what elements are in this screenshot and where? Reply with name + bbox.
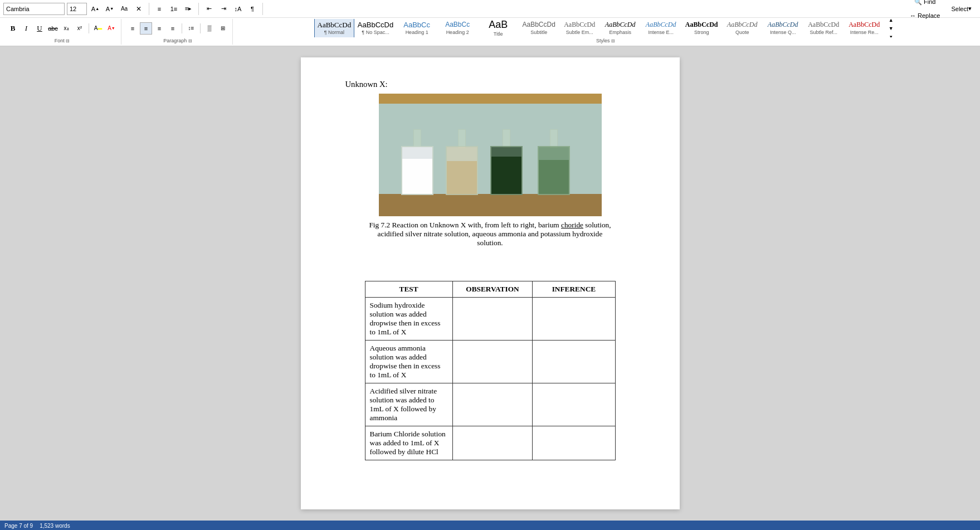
borders-button[interactable]: ⊞ <box>217 22 229 35</box>
style-item-title[interactable]: AaBTitle <box>478 19 518 37</box>
style-item-intense-q[interactable]: AaBbCcDdIntense Q... <box>763 19 803 37</box>
style-label-heading2: Heading 2 <box>446 30 469 35</box>
italic-button[interactable]: I <box>20 22 32 35</box>
underline-button[interactable]: U <box>33 22 46 35</box>
increase-indent-button[interactable]: ⇥ <box>217 3 230 15</box>
beaker-2 <box>446 146 478 195</box>
style-label-intense-q: Intense Q... <box>770 30 796 35</box>
font-name-input[interactable] <box>3 3 65 15</box>
style-item-emphasis[interactable]: AaBbCcDdEmphasis <box>600 19 640 37</box>
page-info: Page 7 of 9 <box>4 523 33 529</box>
table-row: Barium Chloride solution was added to 1m… <box>365 426 615 460</box>
table-header-test: TEST <box>365 281 452 298</box>
para-sep <box>182 23 182 33</box>
style-label-subtitle: Subtitle <box>530 30 547 35</box>
bullets-button[interactable]: ≡ <box>153 3 165 15</box>
styles-expand[interactable]: ▾ <box>885 33 897 38</box>
table-cell-test-3[interactable]: Barium Chloride solution was added to 1m… <box>365 426 452 460</box>
beaker-4 <box>538 146 570 195</box>
style-preview-intense-e: AaBbCcDd <box>646 21 676 28</box>
font-sep <box>89 23 89 33</box>
align-right-button[interactable]: ≡ <box>153 22 165 35</box>
style-preview-subtle-em: AaBbCcDd <box>564 21 595 28</box>
style-label-no-spacing: ¶ No Spac... <box>362 30 389 35</box>
table-cell-test-0[interactable]: Sodium hydroxide solution was added drop… <box>365 298 452 341</box>
table-cell-inference-3[interactable] <box>533 426 615 460</box>
clear-formatting-button[interactable]: ✕ <box>133 3 145 15</box>
table-header-inference: INFERENCE <box>533 281 615 298</box>
sort-button[interactable]: ↕A <box>232 3 244 15</box>
table-cell-inference-0[interactable] <box>533 298 615 341</box>
change-case-button[interactable]: Aa <box>118 3 130 15</box>
highlight-color-button[interactable]: A▬ <box>92 22 104 35</box>
document-page[interactable]: Unknown X: <box>301 57 680 509</box>
sep3 <box>262 3 263 15</box>
style-preview-quote: AaBbCcDd <box>727 21 758 28</box>
font-color-button[interactable]: A▼ <box>105 22 118 35</box>
style-label-title: Title <box>494 31 503 37</box>
font-group: B I U abc x₂ x² A▬ A▼ Font ⊟ <box>3 19 121 45</box>
style-label-subtle-ref: Subtle Ref... <box>810 30 837 35</box>
table-cell-observation-3[interactable] <box>452 426 533 460</box>
style-preview-intense-q: AaBbCcDd <box>768 21 798 28</box>
style-item-subtle-em[interactable]: AaBbCcDdSubtle Em... <box>559 19 599 37</box>
style-label-intense-e: Intense E... <box>648 30 674 35</box>
style-preview-title: AaB <box>489 20 508 31</box>
table-cell-test-1[interactable]: Aqueous ammonia solution was added dropw… <box>365 341 452 383</box>
multilevel-list-button[interactable]: ≡▸ <box>182 3 194 15</box>
style-item-heading2[interactable]: AaBbCcHeading 2 <box>437 19 477 37</box>
style-preview-subtle-ref: AaBbCcDd <box>808 21 839 28</box>
style-item-strong[interactable]: AaBbCcDdStrong <box>681 19 721 37</box>
font-section-label: Font ⊟ <box>55 38 70 43</box>
line-spacing-button[interactable]: ↕≡ <box>185 22 197 35</box>
sep2 <box>198 3 199 15</box>
fig-caption: Fig 7.2 Reaction on Unknown X with, from… <box>365 221 616 247</box>
style-item-quote[interactable]: AaBbCcDdQuote <box>722 19 762 37</box>
style-item-heading1[interactable]: AaBbCcHeading 1 <box>397 19 437 37</box>
find-button[interactable]: 🔍 Find <box>906 0 944 8</box>
table-cell-observation-0[interactable] <box>452 298 533 341</box>
superscript-button[interactable]: x² <box>74 22 86 35</box>
bold-button[interactable]: B <box>7 22 19 35</box>
style-preview-subtitle: AaBbCcDd <box>522 21 555 28</box>
style-item-no-spacing[interactable]: AaBbCcDd¶ No Spac... <box>355 19 396 37</box>
subscript-button[interactable]: x₂ <box>60 22 72 35</box>
numbering-button[interactable]: 1≡ <box>168 3 180 15</box>
style-preview-strong: AaBbCcDd <box>685 21 718 28</box>
word-count: 1,523 words <box>40 523 70 529</box>
style-item-intense-re[interactable]: AaBbCcDdIntense Re... <box>844 19 884 37</box>
style-item-subtle-ref[interactable]: AaBbCcDdSubtle Ref... <box>803 19 844 37</box>
show-para-button[interactable]: ¶ <box>246 3 259 15</box>
align-center-button[interactable]: ≡ <box>140 22 152 35</box>
style-preview-no-spacing: AaBbCcDd <box>358 21 393 29</box>
style-label-quote: Quote <box>735 30 749 35</box>
choride-underline: choride <box>561 221 583 229</box>
table-row: Acidified silver nitrate solution was ad… <box>365 383 615 426</box>
table-cell-inference-2[interactable] <box>533 383 615 426</box>
justify-button[interactable]: ≡ <box>167 22 179 35</box>
styles-scroll-down[interactable]: ▼ <box>885 25 897 32</box>
styles-scroll-up[interactable]: ▲ <box>885 19 897 24</box>
select-button[interactable]: Select ▾ <box>946 3 977 15</box>
style-item-normal[interactable]: AaBbCcDd¶ Normal <box>314 19 354 37</box>
style-item-subtitle[interactable]: AaBbCcDdSubtitle <box>519 19 559 37</box>
style-preview-heading1: AaBbCc <box>403 21 430 29</box>
style-label-heading1: Heading 1 <box>406 30 428 35</box>
shrink-font-button[interactable]: A▼ <box>104 3 116 15</box>
table-cell-observation-1[interactable] <box>452 341 533 383</box>
style-preview-emphasis: AaBbCcDd <box>605 21 636 28</box>
paragraph-section-label: Paragraph ⊟ <box>163 38 192 43</box>
font-size-input[interactable] <box>67 3 87 15</box>
align-left-button[interactable]: ≡ <box>126 22 139 35</box>
strikethrough-button[interactable]: abc <box>47 22 59 35</box>
table-cell-inference-1[interactable] <box>533 341 615 383</box>
styles-group: AaBbCcDd¶ NormalAaBbCcDd¶ No Spac...AaBb… <box>235 19 977 45</box>
style-label-intense-re: Intense Re... <box>850 30 879 35</box>
table-cell-observation-2[interactable] <box>452 383 533 426</box>
styles-section-label: Styles ⊟ <box>596 38 615 43</box>
table-cell-test-2[interactable]: Acidified silver nitrate solution was ad… <box>365 383 452 426</box>
decrease-indent-button[interactable]: ⇤ <box>203 3 215 15</box>
shading-button[interactable]: ▒ <box>203 22 216 35</box>
grow-font-button[interactable]: A▲ <box>89 3 101 15</box>
style-item-intense-e[interactable]: AaBbCcDdIntense E... <box>641 19 681 37</box>
